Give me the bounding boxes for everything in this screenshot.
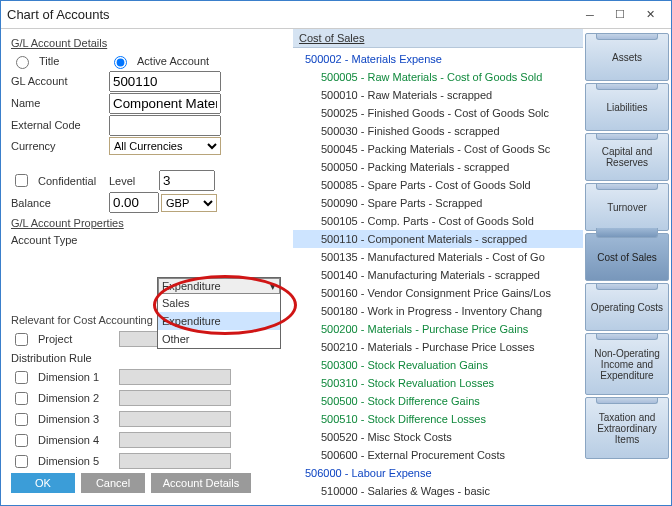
tree-item[interactable]: 500050 - Packing Materials - scrapped bbox=[293, 158, 583, 176]
maximize-icon[interactable]: ☐ bbox=[605, 5, 635, 25]
tree-item-selected[interactable]: 500110 - Component Materials - scrapped bbox=[293, 230, 583, 248]
radio-title-input[interactable] bbox=[16, 56, 29, 69]
radio-active-account[interactable]: Active Account bbox=[109, 53, 209, 69]
chevron-down-icon: ▾ bbox=[270, 280, 276, 293]
tree-item[interactable]: 510010 - Salaries & Wages - overtime bbox=[293, 500, 583, 505]
checkbox-dim1[interactable]: Dimension 1 bbox=[11, 368, 119, 387]
account-type-selected[interactable]: Expenditure▾ bbox=[158, 278, 280, 294]
label-balance: Balance bbox=[11, 197, 109, 209]
tree-item[interactable]: 500180 - Work in Progress - Inventory Ch… bbox=[293, 302, 583, 320]
label-external-code: External Code bbox=[11, 119, 109, 131]
ok-button[interactable]: OK bbox=[11, 473, 75, 493]
tree-item[interactable]: 500200 - Materials - Purchase Price Gain… bbox=[293, 320, 583, 338]
tree-item[interactable]: 500600 - External Procurement Costs bbox=[293, 446, 583, 464]
drawer-liabilities[interactable]: Liabilities bbox=[585, 83, 669, 131]
dim2-field bbox=[119, 390, 231, 406]
tree-parent[interactable]: 506000 - Labour Expense bbox=[293, 464, 583, 482]
tree-item[interactable]: 500105 - Comp. Parts - Cost of Goods Sol… bbox=[293, 212, 583, 230]
dim4-field bbox=[119, 432, 231, 448]
tree-item[interactable]: 500135 - Manufactured Materials - Cost o… bbox=[293, 248, 583, 266]
tree-item[interactable]: 500085 - Spare Parts - Cost of Goods Sol… bbox=[293, 176, 583, 194]
drawer-non-operating[interactable]: Non-Operating Income and Expenditure bbox=[585, 333, 669, 395]
tree-item[interactable]: 500140 - Manufacturing Materials - scrap… bbox=[293, 266, 583, 284]
tree-item[interactable]: 500025 - Finished Goods - Cost of Goods … bbox=[293, 104, 583, 122]
balance-field[interactable] bbox=[109, 192, 159, 213]
dd-option-other[interactable]: Other bbox=[158, 330, 280, 348]
dim5-field bbox=[119, 453, 231, 469]
checkbox-dim2[interactable]: Dimension 2 bbox=[11, 389, 119, 408]
tree-item[interactable]: 500160 - Vendor Consignment Price Gains/… bbox=[293, 284, 583, 302]
checkbox-confidential[interactable]: Confidential bbox=[11, 171, 109, 190]
currency-select[interactable]: All Currencies bbox=[109, 137, 221, 155]
dim3-field bbox=[119, 411, 231, 427]
tree-item[interactable]: 500510 - Stock Difference Losses bbox=[293, 410, 583, 428]
tree-item[interactable]: 500310 - Stock Revaluation Losses bbox=[293, 374, 583, 392]
tree-item[interactable]: 500010 - Raw Materials - scrapped bbox=[293, 86, 583, 104]
gl-account-field[interactable] bbox=[109, 71, 221, 92]
tree-parent[interactable]: 500002 - Materials Expense bbox=[293, 50, 583, 68]
drawer-cost-of-sales[interactable]: Cost of Sales bbox=[585, 233, 669, 281]
level-field[interactable] bbox=[159, 170, 215, 191]
radio-active-input[interactable] bbox=[114, 56, 127, 69]
drawer-assets[interactable]: Assets bbox=[585, 33, 669, 81]
checkbox-project[interactable]: Project bbox=[11, 330, 119, 349]
section-gl-properties: G/L Account Properties bbox=[11, 217, 287, 229]
dim1-field bbox=[119, 369, 231, 385]
section-gl-details: G/L Account Details bbox=[11, 37, 287, 49]
account-tree[interactable]: 500002 - Materials Expense 500005 - Raw … bbox=[293, 48, 583, 505]
drawer-capital-reserves[interactable]: Capital and Reserves bbox=[585, 133, 669, 181]
window-title: Chart of Accounts bbox=[7, 7, 575, 22]
radio-title[interactable]: Title bbox=[11, 53, 109, 69]
label-account-type: Account Type bbox=[11, 234, 109, 246]
close-icon[interactable]: ✕ bbox=[635, 5, 665, 25]
account-type-dropdown[interactable]: Expenditure▾ Sales Expenditure Other bbox=[157, 277, 281, 349]
dd-option-expenditure[interactable]: Expenditure bbox=[158, 312, 280, 330]
label-currency: Currency bbox=[11, 140, 109, 152]
dd-option-sales[interactable]: Sales bbox=[158, 294, 280, 312]
account-details-button[interactable]: Account Details bbox=[151, 473, 251, 493]
checkbox-dim4[interactable]: Dimension 4 bbox=[11, 431, 119, 450]
confidential-input[interactable] bbox=[15, 174, 28, 187]
drawer-taxation[interactable]: Taxation and Extraordinary Items bbox=[585, 397, 669, 459]
tree-item[interactable]: 500520 - Misc Stock Costs bbox=[293, 428, 583, 446]
checkbox-dim5[interactable]: Dimension 5 bbox=[11, 452, 119, 471]
tree-item[interactable]: 500005 - Raw Materials - Cost of Goods S… bbox=[293, 68, 583, 86]
name-field[interactable] bbox=[109, 93, 221, 114]
tree-header: Cost of Sales bbox=[293, 29, 583, 48]
label-distribution-rule: Distribution Rule bbox=[11, 352, 119, 364]
tree-item[interactable]: 510000 - Salaries & Wages - basic bbox=[293, 482, 583, 500]
tree-item[interactable]: 500030 - Finished Goods - scrapped bbox=[293, 122, 583, 140]
checkbox-dim3[interactable]: Dimension 3 bbox=[11, 410, 119, 429]
project-input[interactable] bbox=[15, 333, 28, 346]
drawer-turnover[interactable]: Turnover bbox=[585, 183, 669, 231]
label-gl-account: GL Account bbox=[11, 75, 109, 87]
tree-item[interactable]: 500300 - Stock Revaluation Gains bbox=[293, 356, 583, 374]
balance-currency-select[interactable]: GBP bbox=[161, 194, 217, 212]
cancel-button[interactable]: Cancel bbox=[81, 473, 145, 493]
minimize-icon[interactable]: ─ bbox=[575, 5, 605, 25]
label-level: Level bbox=[109, 175, 159, 187]
tree-item[interactable]: 500210 - Materials - Purchase Price Loss… bbox=[293, 338, 583, 356]
label-name: Name bbox=[11, 97, 109, 109]
external-code-field[interactable] bbox=[109, 115, 221, 136]
tree-item[interactable]: 500090 - Spare Parts - Scrapped bbox=[293, 194, 583, 212]
tree-item[interactable]: 500500 - Stock Difference Gains bbox=[293, 392, 583, 410]
tree-item[interactable]: 500045 - Packing Materials - Cost of Goo… bbox=[293, 140, 583, 158]
drawer-operating-costs[interactable]: Operating Costs bbox=[585, 283, 669, 331]
